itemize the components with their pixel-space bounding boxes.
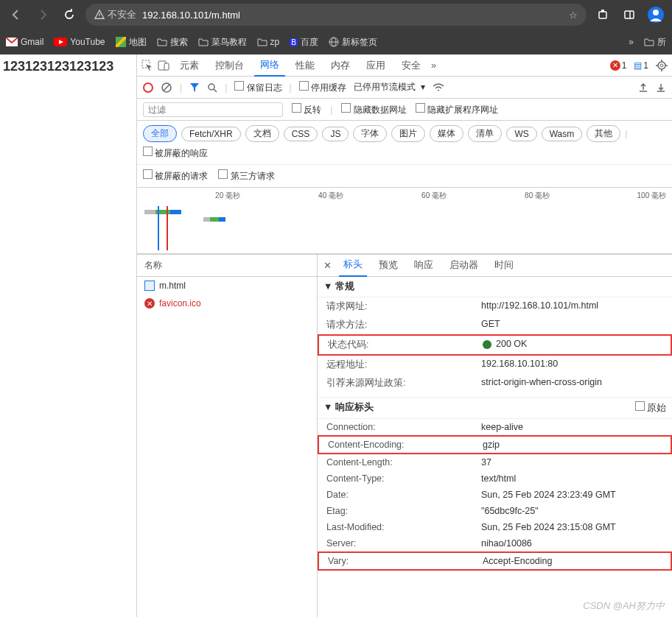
devtools-tab-bar: 元素 控制台 网络 性能 内存 应用 安全 » ✕1 ▤1: [137, 54, 672, 77]
request-list: 名称 m.html ✕favicon.ico: [137, 255, 318, 617]
info-count-badge[interactable]: ▤1: [634, 60, 648, 71]
bookmark-folder-all[interactable]: 所: [644, 36, 666, 49]
response-header-row: Connection:keep-alive: [318, 419, 672, 435]
error-count-badge[interactable]: ✕1: [610, 60, 627, 71]
folder-icon: [157, 38, 167, 46]
reload-button[interactable]: [59, 4, 80, 25]
device-icon[interactable]: [158, 60, 169, 71]
wifi-icon[interactable]: [433, 83, 444, 92]
svg-point-24: [209, 84, 214, 90]
type-ws[interactable]: WS: [506, 127, 536, 141]
page-body: 123123123123123: [0, 54, 136, 617]
folder-icon: [198, 38, 209, 46]
filter-input[interactable]: [143, 102, 283, 117]
type-font[interactable]: 字体: [353, 125, 387, 142]
tab-application[interactable]: 应用: [360, 54, 391, 77]
clear-button[interactable]: [161, 82, 172, 94]
svg-point-17: [660, 64, 663, 67]
detail-tab-headers[interactable]: 标头: [339, 255, 367, 277]
upload-icon[interactable]: [638, 82, 648, 93]
tab-elements[interactable]: 元素: [174, 54, 205, 77]
tab-network[interactable]: 网络: [254, 54, 285, 77]
type-other[interactable]: 其他: [587, 125, 620, 142]
bookmark-maps[interactable]: 地图: [116, 36, 147, 49]
general-row: 请求方法:GET: [318, 316, 672, 334]
close-detail-icon[interactable]: ✕: [323, 260, 332, 271]
network-timeline[interactable]: 20 毫秒 40 毫秒 60 毫秒 80 毫秒 100 毫秒: [137, 188, 672, 254]
bookmark-runoob[interactable]: 菜鸟教程: [198, 36, 247, 49]
extensions-icon[interactable]: [592, 4, 613, 25]
general-row: 请求网址:http://192.168.10.101/m.html: [318, 297, 672, 316]
blocked-response-checkbox[interactable]: 被屏蔽的响应: [143, 147, 208, 160]
inspect-icon[interactable]: [141, 60, 153, 71]
search-icon[interactable]: [207, 82, 217, 93]
bookmark-bar: Gmail YouTube 地图 搜索 菜鸟教程 zp B百度 新标签页 » 所: [0, 29, 672, 54]
url-bar[interactable]: 不安全 192.168.10.101/m.html ☆: [85, 4, 587, 26]
request-item-favicon[interactable]: ✕favicon.ico: [137, 295, 317, 312]
bookmark-search[interactable]: 搜索: [157, 36, 188, 49]
detail-tab-initiator[interactable]: 启动器: [445, 255, 483, 277]
disable-cache-checkbox[interactable]: 停用缓存: [299, 81, 346, 94]
tab-performance[interactable]: 性能: [290, 54, 321, 77]
more-tabs-icon[interactable]: »: [431, 60, 436, 71]
type-fetch[interactable]: Fetch/XHR: [181, 127, 241, 141]
type-wasm[interactable]: Wasm: [542, 127, 583, 141]
detail-tab-bar: ✕ 标头 预览 响应 启动器 时间: [318, 255, 672, 277]
svg-point-16: [658, 62, 665, 69]
svg-line-23: [164, 85, 169, 91]
response-header-row: Last-Modified:Sun, 25 Feb 2024 23:15:08 …: [318, 519, 672, 535]
download-icon[interactable]: [656, 82, 666, 93]
record-button[interactable]: [143, 82, 153, 93]
gmail-icon: [6, 38, 18, 46]
folder-icon: [644, 38, 654, 46]
hide-ext-url-checkbox[interactable]: 隐藏扩展程序网址: [416, 103, 498, 116]
back-button[interactable]: [6, 4, 27, 25]
detail-tab-response[interactable]: 响应: [410, 255, 438, 277]
sidepanel-icon[interactable]: [619, 4, 640, 25]
tab-console[interactable]: 控制台: [209, 54, 250, 77]
response-headers-header[interactable]: ▼ 响应标头: [323, 401, 374, 415]
folder-icon: [257, 38, 267, 46]
type-css[interactable]: CSS: [284, 127, 318, 141]
warning-icon: [94, 10, 105, 20]
type-img[interactable]: 图片: [391, 125, 425, 142]
preserve-log-checkbox[interactable]: 保留日志: [234, 81, 281, 94]
overflow-icon[interactable]: »: [629, 37, 634, 47]
request-item-mhtml[interactable]: m.html: [137, 277, 317, 295]
profile-icon[interactable]: [645, 4, 666, 25]
raw-checkbox[interactable]: 原始: [635, 401, 666, 415]
tab-security[interactable]: 安全: [396, 54, 427, 77]
settings-icon[interactable]: [656, 60, 668, 71]
hide-data-url-checkbox[interactable]: 隐藏数据网址: [341, 103, 406, 116]
third-party-checkbox[interactable]: 第三方请求: [218, 169, 274, 183]
general-section-header[interactable]: ▼ 常规: [318, 277, 672, 297]
status-dot-icon: [483, 340, 491, 349]
security-badge: 不安全: [94, 8, 136, 21]
type-manifest[interactable]: 清单: [468, 125, 502, 142]
type-js[interactable]: JS: [322, 127, 349, 141]
response-header-row: Date:Sun, 25 Feb 2024 23:23:49 GMT: [318, 487, 672, 503]
bookmark-zp[interactable]: zp: [257, 37, 280, 47]
bookmark-baidu[interactable]: B百度: [290, 36, 318, 49]
throttle-select[interactable]: 已停用节流模式 ▾: [354, 81, 425, 94]
waterfall-bar: [144, 210, 181, 214]
forward-button[interactable]: [32, 4, 53, 25]
type-doc[interactable]: 文档: [245, 125, 279, 142]
blocked-request-checkbox[interactable]: 被屏蔽的请求: [143, 169, 208, 183]
detail-tab-preview[interactable]: 预览: [374, 255, 402, 277]
bookmark-newtab[interactable]: 新标签页: [329, 36, 377, 49]
network-toolbar: | | 保留日志 | 停用缓存 已停用节流模式 ▾: [137, 77, 672, 99]
detail-tab-timing[interactable]: 时间: [490, 255, 518, 277]
svg-rect-2: [601, 10, 604, 12]
tab-memory[interactable]: 内存: [325, 54, 356, 77]
star-icon[interactable]: ☆: [569, 10, 578, 21]
general-row: 状态代码:200 OK: [318, 334, 672, 356]
bookmark-youtube[interactable]: YouTube: [54, 37, 105, 47]
type-media[interactable]: 媒体: [430, 125, 463, 142]
url-text: 192.168.10.101/m.html: [142, 10, 240, 21]
invert-checkbox[interactable]: 反转: [292, 103, 321, 116]
type-all[interactable]: 全部: [143, 125, 177, 142]
filter-icon[interactable]: [189, 82, 200, 93]
bookmark-gmail[interactable]: Gmail: [6, 37, 43, 47]
baidu-icon: B: [290, 38, 298, 46]
